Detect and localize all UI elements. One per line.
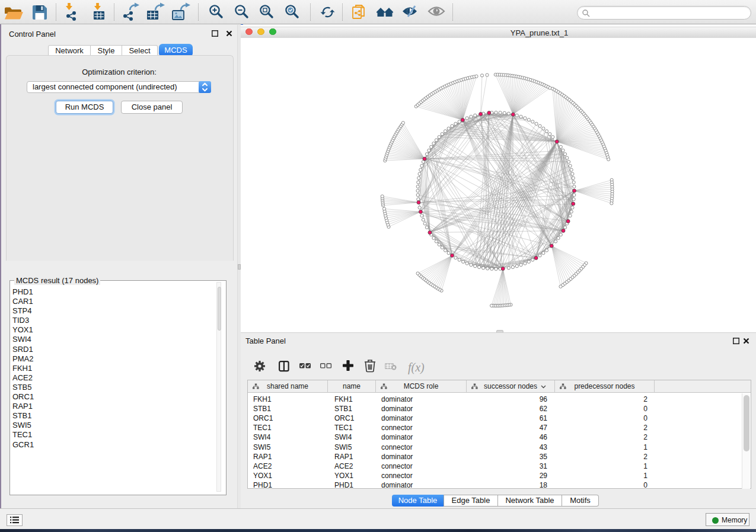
svg-text:f(x): f(x) (408, 361, 425, 374)
